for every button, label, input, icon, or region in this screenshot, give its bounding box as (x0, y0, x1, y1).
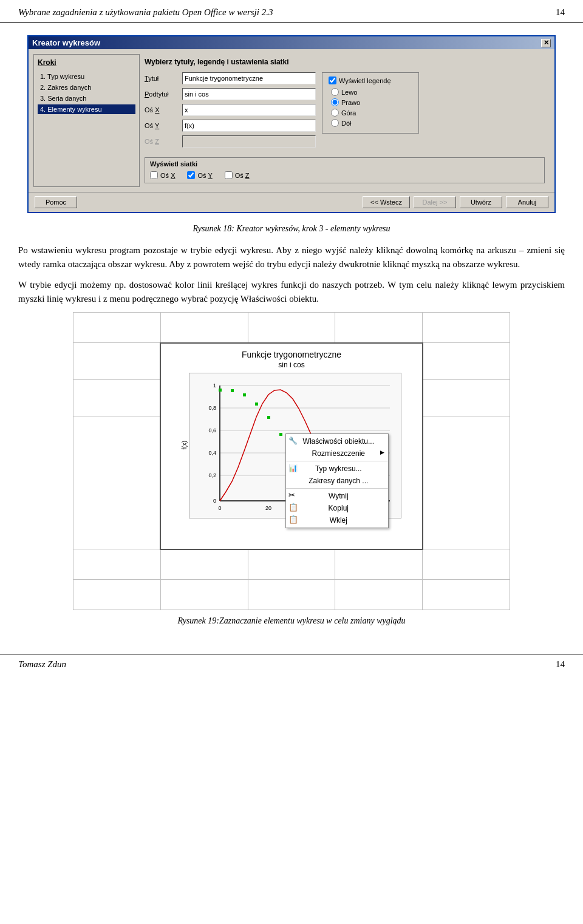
show-legend-checkbox[interactable] (329, 76, 336, 84)
ss-cell (423, 549, 510, 580)
page-footer: Tomasz Zdun 14 (0, 654, 583, 674)
ctx-kopiuj[interactable]: 📋 Kopiuj (286, 502, 388, 514)
show-legend-label: Wyświetl legendę (339, 77, 391, 84)
grid-osz-checkbox[interactable] (225, 171, 233, 179)
show-legend-row: Wyświetl legendę (329, 76, 412, 84)
scissors-icon: ✂ (288, 491, 295, 500)
legend-lewo-radio[interactable] (331, 88, 339, 96)
svg-text:0: 0 (219, 505, 222, 511)
osz-row: Oś Z (145, 135, 316, 148)
chart-type-icon: 📊 (288, 464, 298, 472)
legend-dol-row: Dół (331, 119, 412, 127)
ss-cell (335, 313, 423, 343)
ss-cell (248, 313, 335, 343)
subtitle-label: Podtytuł (145, 90, 180, 98)
ss-cell (423, 580, 510, 610)
step-2[interactable]: 2. Zakres danych (38, 83, 135, 92)
grid-section: Wyświetl siatki Oś X Oś Y (145, 157, 545, 183)
ss-row-top2: Funkcje trygonometryczne sin i cos f(x) (73, 343, 510, 380)
caption-2: Rysunek 19:Zaznaczanie elementu wykresu … (18, 616, 565, 626)
grid-osz-item: Oś Z (225, 171, 250, 179)
svg-text:0,4: 0,4 (209, 450, 217, 456)
ctx-wytnij[interactable]: ✂ Wytnij (286, 490, 388, 502)
ctx-rozmieszczenie[interactable]: Rozmieszczenie (286, 447, 388, 460)
next-button[interactable]: Dalej >> (414, 196, 456, 208)
dialog-title: Kreator wykresów (32, 38, 100, 47)
legend-dol-radio[interactable] (331, 119, 339, 127)
legend-dol-label: Dół (341, 120, 352, 127)
context-menu[interactable]: 🔧 Właściwości obiektu... Rozmieszczenie … (285, 433, 389, 528)
ctx-sep-2 (286, 488, 388, 489)
step-4[interactable]: 4. Elementy wykresu (38, 104, 135, 114)
grid-osy-checkbox[interactable] (187, 171, 195, 179)
svg-text:20: 20 (265, 505, 271, 511)
step-3[interactable]: 3. Seria danych (38, 93, 135, 103)
title-input[interactable] (182, 72, 316, 84)
osy-row: Oś Y (145, 120, 316, 132)
grid-osx-item: Oś X (150, 171, 175, 179)
svg-text:0,8: 0,8 (209, 405, 217, 411)
chart-content: Funkcje trygonometryczne sin i cos f(x) (161, 344, 421, 532)
osy-input[interactable] (182, 120, 316, 132)
osz-input (182, 135, 316, 148)
legend-prawo-label: Prawo (341, 99, 360, 106)
svg-text:0,2: 0,2 (209, 472, 217, 478)
ctx-sep-1 (286, 461, 388, 461)
dialog-titlebar: Kreator wykresów ✕ (29, 36, 554, 49)
svg-rect-23 (267, 416, 270, 419)
ctx-wklej[interactable]: 📋 Wklej (286, 514, 388, 526)
grid-osx-label: Oś X (160, 172, 175, 179)
forms-and-legend: Tytuł Podtytuł (145, 72, 545, 151)
ctx-wlasciwosci[interactable]: 🔧 Właściwości obiektu... (286, 435, 388, 447)
step-1[interactable]: 1. Typ wykresu (38, 72, 135, 81)
subtitle-row: Podtytuł (145, 88, 316, 100)
ss-cell (73, 549, 161, 580)
ss-cell (73, 379, 161, 416)
legend-prawo-radio[interactable] (331, 98, 339, 106)
steps-panel: Kroki 1. Typ wykresu 2. Zakres danych 3.… (33, 54, 140, 187)
svg-rect-20 (231, 389, 234, 392)
osy-label: Oś Y (145, 122, 180, 129)
back-button[interactable]: << Wstecz (363, 196, 410, 208)
dialog-close-button[interactable]: ✕ (541, 39, 551, 47)
legend-panel: Wyświetl legendę Lewo Prawo (322, 72, 419, 134)
chart-cell: Funkcje trygonometryczne sin i cos f(x) (160, 343, 422, 549)
subtitle-input[interactable] (182, 88, 316, 100)
legend-gora-label: Góra (341, 109, 356, 117)
svg-rect-22 (255, 403, 258, 406)
main-panel: Wybierz tytuły, legendę i ustawienia sia… (140, 54, 550, 187)
form-fields: Tytuł Podtytuł (145, 72, 316, 151)
top-row: Tytuł Podtytuł (145, 72, 545, 183)
legend-gora-radio[interactable] (331, 109, 339, 117)
ctx-typ-wykresu[interactable]: 📊 Typ wykresu... (286, 463, 388, 475)
chart-subtitle: sin i cos (167, 361, 415, 369)
cancel-button[interactable]: Anuluj (506, 196, 548, 208)
paragraph-2: W trybie edycji możemy np. dostosować ko… (18, 278, 565, 307)
svg-rect-19 (219, 389, 222, 392)
steps-heading: Kroki (38, 58, 135, 67)
ss-cell (335, 580, 423, 610)
spreadsheet-grid: Funkcje trygonometryczne sin i cos f(x) (73, 312, 510, 610)
create-button[interactable]: Utwórz (460, 196, 502, 208)
footer-page-num: 14 (556, 659, 565, 670)
ctx-zakresy[interactable]: Zakresy danych ... (286, 475, 388, 487)
chart-svg-container: f(x) (167, 373, 415, 518)
legend-lewo-row: Lewo (331, 88, 412, 96)
grid-osx-checkbox[interactable] (150, 171, 158, 179)
paste-icon: 📋 (288, 515, 298, 524)
grid-osz-label: Oś Z (235, 172, 250, 179)
osx-input[interactable] (182, 104, 316, 116)
ss-cell (73, 416, 161, 549)
copy-icon: 📋 (288, 503, 298, 512)
legend-prawo-row: Prawo (331, 98, 412, 106)
ss-row-top1 (73, 313, 510, 343)
help-button[interactable]: Pomoc (35, 196, 77, 208)
forms-area: Tytuł Podtytuł (145, 72, 545, 183)
chart-area: Funkcje trygonometryczne sin i cos f(x) (73, 312, 510, 610)
ss-cell (423, 416, 510, 549)
dialog-body: Kroki 1. Typ wykresu 2. Zakres danych 3.… (29, 49, 554, 192)
dialog-footer: Pomoc << Wstecz Dalej >> Utwórz Anuluj (29, 192, 554, 212)
panel-title: Wybierz tytuły, legendę i ustawienia sia… (145, 58, 545, 66)
y-axis-label: f(x) (181, 441, 188, 449)
svg-text:0: 0 (213, 498, 216, 504)
